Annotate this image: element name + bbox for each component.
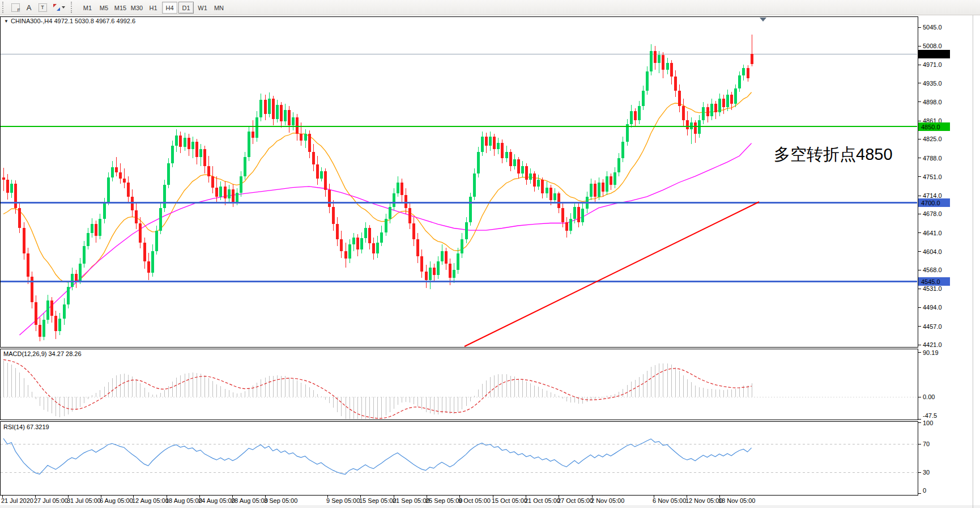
toolbar-drag-handle[interactable] <box>2 2 5 13</box>
rsi-axis-label: 100 <box>923 420 933 426</box>
price-tick-label: 4421.0 <box>923 341 942 348</box>
price-tick-label: 4604.0 <box>923 248 942 255</box>
timeframe-button-m15[interactable]: M15 <box>113 2 128 14</box>
current-price-badge-label: 4992.6 <box>921 51 940 58</box>
price-tick-label: 5008.0 <box>923 43 942 49</box>
date-label: 12 Aug 05:00 <box>132 497 169 504</box>
date-label: 18 Aug 05:00 <box>165 497 202 504</box>
date-label: 6 Nov 05:00 <box>653 497 686 504</box>
price-tick-label: 4825.0 <box>923 136 942 142</box>
dropdown-caret-icon <box>62 6 65 9</box>
chart-canvas: 5045.05008.04971.04935.04898.04861.04825… <box>0 0 980 508</box>
hline-4850.0-badge-label: 4850.0 <box>921 124 940 130</box>
text-a-icon: A <box>27 4 32 11</box>
date-label: 21 Jul 2020 <box>1 497 33 504</box>
date-label: 28 Aug 05:00 <box>231 497 268 504</box>
symbol-dropdown-icon[interactable]: ▼ <box>4 19 8 24</box>
price-tick-label: 4641.0 <box>923 230 942 236</box>
arrow-objects-icon <box>53 4 60 11</box>
timeframe-button-h4[interactable]: H4 <box>162 2 177 14</box>
price-tick-label: 4935.0 <box>923 80 942 87</box>
rsi-label: RSI(14) 67.3219 <box>3 424 49 430</box>
toolbar: F A T M1M5M15M30H1H4D1W1MN <box>0 0 980 15</box>
price-tick-label: 4898.0 <box>923 99 942 105</box>
rsi-axis-label: 30 <box>923 469 930 476</box>
hline-4545.0-badge-label: 4545.0 <box>921 278 940 285</box>
insert-text-button[interactable]: A <box>22 1 36 14</box>
text-label-button[interactable]: T <box>36 1 49 14</box>
date-label: 21 Oct 05:00 <box>525 497 560 504</box>
date-label: 27 Jul 05:00 <box>34 497 68 504</box>
timeframe-button-m5[interactable]: M5 <box>96 2 112 14</box>
date-label: 2 Nov 05:00 <box>591 497 624 504</box>
date-label: 21 Sep 05:00 <box>393 497 429 504</box>
pane-border-1 <box>1 349 918 420</box>
rsi-axis-label: 0 <box>923 487 926 494</box>
price-tick-label: 4751.0 <box>923 173 942 180</box>
text-label-icon: T <box>39 3 47 12</box>
arrow-objects-button[interactable] <box>49 1 69 14</box>
price-tick-label: 4531.0 <box>923 285 942 292</box>
price-tick-label: 4494.0 <box>923 304 942 311</box>
date-label: 24 Aug 05:00 <box>198 497 235 504</box>
price-tick-label: 4678.0 <box>923 210 942 217</box>
timeframe-button-w1[interactable]: W1 <box>195 2 210 14</box>
macd-label: MACD(12,26,9) 34.27 28.26 <box>3 350 82 357</box>
date-label: 27 Oct 05:00 <box>557 497 593 504</box>
hline-4700.0-badge-label: 4700.0 <box>921 200 940 206</box>
date-label: 6 Aug 05:00 <box>100 497 133 504</box>
chart-title: CHINA300-,H4 4972.1 5030.8 4967.6 4992.6 <box>11 18 135 24</box>
toolbar-drag-handle-2[interactable] <box>71 2 74 13</box>
timeframe-group: M1M5M15M30H1H4D1W1MN <box>79 2 227 14</box>
macd-axis-label: -47.5 <box>923 412 937 419</box>
pane-border-0 <box>1 17 918 348</box>
date-label: 31 Jul 05:00 <box>67 497 101 504</box>
timeframe-button-mn[interactable]: MN <box>211 2 227 14</box>
price-tick-label: 4714.0 <box>923 192 942 199</box>
rsi-axis-label: 70 <box>923 441 930 447</box>
price-tick-label: 5045.0 <box>923 24 942 31</box>
date-label: 15 Sep 05:00 <box>359 497 396 504</box>
macd-axis-label: 0.00 <box>923 393 935 400</box>
date-label: 25 Sep 05:00 <box>425 497 462 504</box>
date-label: 15 Oct 05:00 <box>492 497 527 504</box>
date-label: 12 Nov 05:00 <box>685 497 722 504</box>
date-label: 3 Sep 05:00 <box>264 497 297 504</box>
date-label: 9 Oct 05:00 <box>458 497 491 504</box>
grid-f-icon: F <box>11 3 20 12</box>
annotation-text[interactable]: 多空转折点4850 <box>774 145 893 163</box>
date-label: 18 Nov 05:00 <box>718 497 755 504</box>
timeframe-button-d1[interactable]: D1 <box>178 2 194 14</box>
price-tick-label: 4457.0 <box>923 323 942 330</box>
timeframe-button-h1[interactable]: H1 <box>146 2 161 14</box>
price-tick-label: 4568.0 <box>923 266 942 273</box>
timeframe-button-m30[interactable]: M30 <box>129 2 144 14</box>
macd-axis-label: 90.19 <box>923 349 939 356</box>
price-tick-label: 4788.0 <box>923 155 942 162</box>
timeframe-button-m1[interactable]: M1 <box>80 2 95 14</box>
date-label: 9 Sep 05:00 <box>326 497 360 504</box>
crosshair-grid-button[interactable]: F <box>8 1 22 14</box>
price-tick-label: 4971.0 <box>923 61 942 68</box>
bottom-strip <box>0 505 980 508</box>
